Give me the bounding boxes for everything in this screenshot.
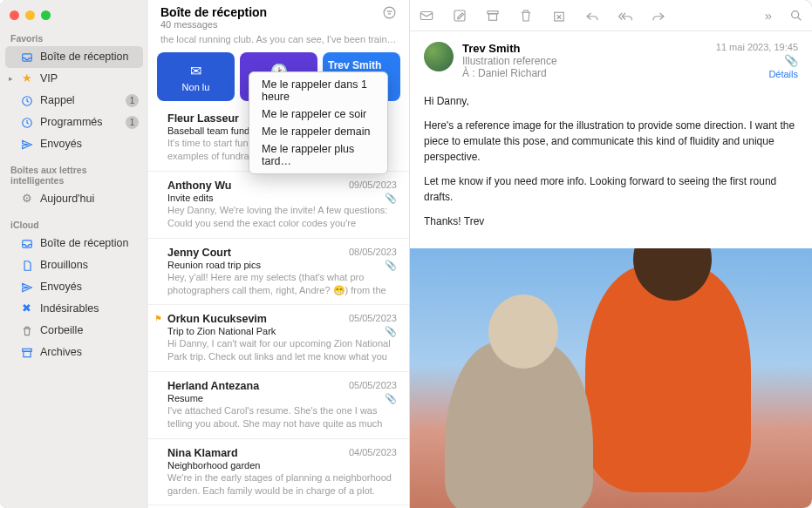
sidebar-label: Programmés (40, 114, 103, 131)
attachment-icon: 📎 (385, 193, 397, 204)
sidebar: Favoris Boîte de réception ▸ ★ VIP Rappe… (0, 0, 148, 508)
message-row[interactable]: ⚑05/05/2023Orkun Kucuksevim📎Trip to Zion… (148, 305, 409, 372)
message-subject: Neighborhood garden (167, 460, 397, 471)
sidebar-label: Boîte de réception (40, 235, 128, 252)
sidebar-item-aujourdhui[interactable]: ⚙ Aujourd'hui (0, 188, 148, 210)
remind-context-menu: Me le rappeler dans 1 heure Me le rappel… (249, 71, 388, 174)
message-preview: We're in the early stages of planning a … (167, 471, 397, 498)
message-row[interactable]: 08/05/2023Jenny Court📎Reunion road trip … (148, 239, 409, 306)
sidebar-item-indesirables[interactable]: ✖ Indésirables (0, 298, 148, 320)
svg-point-6 (384, 7, 395, 18)
sidebar-item-rappel[interactable]: Rappel 1 (0, 90, 148, 112)
message-subject: Invite edits (167, 193, 397, 203)
message-preview: I've attached Carol's resume. She's the … (167, 404, 397, 430)
sidebar-label: Brouillons (40, 257, 88, 274)
message-date: 09/05/2023 (349, 179, 397, 190)
compose-button[interactable] (452, 8, 467, 24)
sidebar-label: Aujourd'hui (40, 191, 94, 207)
sidebar-item-vip[interactable]: ▸ ★ VIP (0, 68, 148, 90)
sidebar-label: Corbeille (40, 322, 83, 339)
svg-point-12 (792, 10, 799, 17)
minimize-window-button[interactable] (25, 10, 35, 20)
message-subject: Illustration reference (462, 55, 707, 67)
archive-icon (20, 346, 33, 359)
forward-button[interactable] (651, 8, 666, 24)
sidebar-item-icloud-envoyes[interactable]: Envoyés (0, 276, 148, 298)
svg-rect-5 (23, 351, 30, 356)
message-preview: Hey Danny, We're loving the invite! A fe… (167, 204, 397, 230)
message-date: 05/05/2023 (349, 313, 397, 323)
sidebar-section-favoris: Favoris (0, 30, 148, 46)
attachment-image[interactable] (410, 248, 812, 508)
menu-item-later[interactable]: Me le rappeler plus tard… (249, 140, 387, 170)
message-header: Trev Smith Illustration reference À : Da… (410, 31, 812, 88)
toolbar: » (410, 0, 812, 31)
message-from: Trev Smith (462, 42, 707, 55)
menu-item-1h[interactable]: Me le rappeler dans 1 heure (249, 76, 387, 105)
search-button[interactable] (789, 9, 803, 23)
attachment-icon: 📎 (716, 54, 798, 67)
message-date: 11 mai 2023, 19:45 (716, 42, 798, 52)
gear-icon: ⚙ (20, 193, 33, 206)
clock-icon (20, 94, 33, 107)
message-list-column: Boîte de réception 40 messages the local… (148, 0, 410, 508)
sidebar-item-inbox[interactable]: Boîte de réception (5, 46, 143, 68)
swipe-actions-row: ✉ Non lu 🕑 Rappel Trev Smith Illustratio… (148, 49, 409, 105)
reader-pane: » Trev Smith Illustration reference À : … (410, 0, 812, 508)
message-preview-fragment: the local running club. As you can see, … (148, 33, 409, 49)
menu-item-tomorrow[interactable]: Me le rappeler demain (249, 123, 387, 140)
badge: 1 (126, 116, 139, 129)
message-subject: Resume (167, 393, 397, 403)
star-icon: ★ (20, 72, 33, 85)
message-row[interactable]: 09/05/2023Anthony Wu📎Invite editsHey Dan… (148, 172, 409, 239)
badge: 1 (126, 94, 139, 107)
attachment-icon: 📎 (385, 326, 397, 337)
sent-icon (20, 281, 33, 294)
more-button[interactable]: » (765, 8, 772, 23)
sidebar-label: Indésirables (40, 301, 99, 317)
junk-button[interactable] (551, 8, 567, 24)
swipe-from: Trev Smith (328, 59, 381, 71)
trash-button[interactable] (518, 8, 534, 24)
flag-icon: ⚑ (154, 314, 162, 323)
list-subtitle: 40 messages (160, 19, 267, 30)
window-controls (0, 7, 148, 30)
message-to: Daniel Richard (478, 67, 547, 79)
details-link[interactable]: Détails (716, 69, 798, 79)
reply-all-button[interactable] (618, 8, 633, 24)
svg-rect-10 (489, 13, 497, 20)
svg-rect-7 (420, 11, 433, 19)
body-para: Let me know if you need more info. Looki… (424, 173, 798, 205)
sidebar-section-icloud: iCloud (0, 217, 148, 233)
message-subject: Trip to Zion National Park (167, 326, 397, 336)
sidebar-item-programmes[interactable]: Programmés 1 (0, 112, 148, 133)
sidebar-item-envoyes[interactable]: Envoyés (0, 133, 148, 155)
sidebar-item-corbeille[interactable]: Corbeille (0, 320, 148, 342)
envelope-button[interactable] (419, 8, 434, 24)
close-window-button[interactable] (10, 10, 19, 20)
attachment-icon: 📎 (385, 260, 397, 271)
sidebar-label: Boîte de réception (40, 49, 128, 65)
sidebar-label: Rappel (40, 92, 75, 109)
menu-item-tonight[interactable]: Me le rappeler ce soir (249, 105, 387, 123)
chevron-right-icon[interactable]: ▸ (9, 71, 13, 87)
sidebar-label: Envoyés (40, 136, 82, 152)
sidebar-item-icloud-inbox[interactable]: Boîte de réception (0, 233, 148, 254)
message-body: Hi Danny, Here's a reference image for t… (410, 88, 812, 248)
inbox-icon (20, 237, 33, 250)
attachment-icon: 📎 (385, 393, 397, 404)
filter-button[interactable] (382, 5, 397, 20)
zoom-window-button[interactable] (41, 10, 51, 20)
clock-icon (20, 116, 33, 129)
sidebar-item-archives[interactable]: Archives (0, 342, 148, 363)
sidebar-label: Archives (40, 344, 82, 361)
message-row[interactable]: 05/05/2023Herland Antezana📎ResumeI've at… (148, 372, 409, 439)
reply-button[interactable] (584, 8, 600, 24)
sidebar-label: Envoyés (40, 279, 82, 295)
sidebar-section-smart: Boîtes aux lettres intelligentes (0, 162, 148, 188)
archive-button[interactable] (485, 8, 501, 24)
message-row[interactable]: 04/05/2023Nina KlamardNeighborhood garde… (148, 439, 409, 506)
swipe-action-unread[interactable]: ✉ Non lu (157, 52, 235, 101)
sidebar-item-brouillons[interactable]: Brouillons (0, 254, 148, 276)
body-para: Here's a reference image for the illustr… (424, 118, 798, 165)
